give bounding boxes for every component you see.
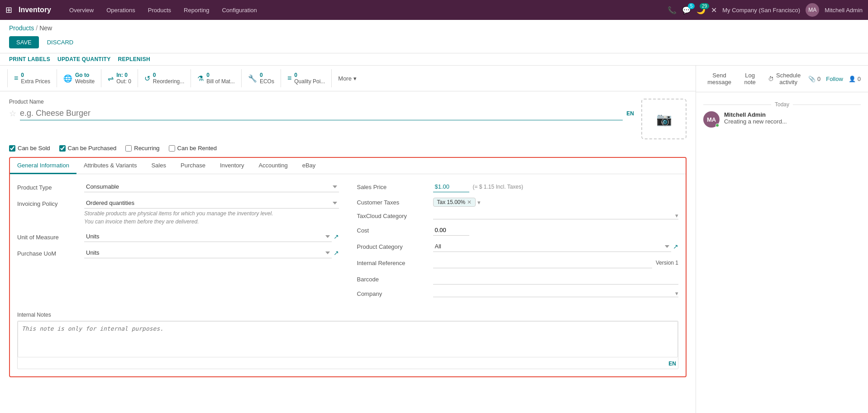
sales-price-row: Sales Price (= $ 1.15 Incl. Taxes) xyxy=(357,181,679,192)
internal-reference-input[interactable] xyxy=(433,257,652,268)
discard-button[interactable]: DISCARD xyxy=(43,36,78,48)
can-be-sold-checkbox[interactable]: Can be Sold xyxy=(9,145,50,152)
tab-sales[interactable]: Sales xyxy=(144,158,173,174)
more-chevron-icon: ▾ xyxy=(353,75,357,82)
schedule-activity-label: Schedule activity xyxy=(776,72,801,85)
goto-website-label2: Website xyxy=(75,78,95,85)
close-icon[interactable]: ✕ xyxy=(711,6,717,14)
tab-general-information[interactable]: General Information xyxy=(10,158,76,174)
send-message-button[interactable]: Send message xyxy=(703,70,735,87)
favorite-star-icon[interactable]: ☆ xyxy=(9,109,16,119)
bom-label: Bill of Mat... xyxy=(206,78,235,85)
invoicing-policy-select[interactable]: Ordered quantities Delivered quantities xyxy=(84,198,339,209)
follow-button[interactable]: Follow xyxy=(826,76,843,82)
internal-reference-row: Internal Reference Version 1 xyxy=(357,257,679,268)
product-category-select[interactable]: All xyxy=(433,241,672,252)
barcode-input[interactable] xyxy=(433,274,679,285)
notes-lang-badge[interactable]: EN xyxy=(668,361,676,367)
can-be-rented-input[interactable] xyxy=(169,145,175,152)
purchase-uom-external-link-icon[interactable]: ↗ xyxy=(334,249,339,256)
phone-icon[interactable]: 📞 xyxy=(668,6,677,14)
main-layout: ≡ 0 Extra Prices 🌐 Go to Website ⇌ In: 0… xyxy=(0,66,868,413)
followers-count: 0 xyxy=(858,76,861,82)
uom-external-link-icon[interactable]: ↗ xyxy=(334,233,339,240)
nav-overview[interactable]: Overview xyxy=(64,4,99,16)
recurring-input[interactable] xyxy=(125,145,132,152)
log-note-button[interactable]: Log note xyxy=(739,70,761,87)
can-be-sold-input[interactable] xyxy=(9,145,15,152)
chatter-panel: Send message Log note ⏱ Schedule activit… xyxy=(696,66,868,413)
purchase-uom-input-group: Units ↗ xyxy=(84,247,339,258)
tab-purchase[interactable]: Purchase xyxy=(173,158,213,174)
extra-prices-label: Extra Prices xyxy=(21,78,50,85)
paperclip-icon: 📎 xyxy=(808,76,816,82)
nav-products[interactable]: Products xyxy=(143,4,176,16)
customer-taxes-label: Customer Taxes xyxy=(357,199,429,206)
nav-configuration[interactable]: Configuration xyxy=(216,4,262,16)
tax-badge: Tax 15.00% ✕ xyxy=(433,198,476,207)
grid-icon[interactable]: ⊞ xyxy=(5,5,12,15)
purchase-uom-select[interactable]: Units xyxy=(84,247,332,258)
form-section-right: Sales Price (= $ 1.15 Incl. Taxes) Custo… xyxy=(357,181,679,303)
ecos-label: ECOs xyxy=(260,78,274,85)
bom-button[interactable]: ⚗ 0 Bill of Mat... xyxy=(191,69,242,87)
recurring-label: Recurring xyxy=(134,145,159,152)
lang-badge[interactable]: EN xyxy=(626,110,634,117)
recurring-checkbox[interactable]: Recurring xyxy=(125,145,159,152)
taxcloud-dropdown-icon[interactable]: ▾ xyxy=(675,212,678,219)
goto-website-button[interactable]: 🌐 Go to Website xyxy=(57,69,101,87)
can-be-purchased-checkbox[interactable]: Can be Purchased xyxy=(59,145,117,152)
nav-reporting[interactable]: Reporting xyxy=(178,4,215,16)
purchase-uom-label: Purchase UoM xyxy=(17,247,81,257)
can-be-rented-checkbox[interactable]: Can be Rented xyxy=(169,145,217,152)
uom-select[interactable]: Units xyxy=(84,231,332,242)
company-dropdown-icon[interactable]: ▾ xyxy=(675,290,678,297)
more-button[interactable]: More ▾ xyxy=(332,72,363,85)
barcode-row: Barcode xyxy=(357,274,679,285)
schedule-activity-button[interactable]: ⏱ Schedule activity xyxy=(764,70,805,87)
ecos-count: 0 xyxy=(260,72,274,78)
product-name-input[interactable] xyxy=(20,107,623,120)
tab-accounting[interactable]: Accounting xyxy=(251,158,295,174)
uom-row: Unit of Measure Units ↗ xyxy=(17,231,339,242)
notes-textarea[interactable] xyxy=(18,321,678,357)
timeline-entry: MA Mitchell Admin Creating a new record.… xyxy=(703,111,861,128)
today-label: Today xyxy=(771,101,793,108)
product-image[interactable]: 📷+ xyxy=(641,99,687,139)
save-button[interactable]: SAVE xyxy=(9,36,39,48)
moon-icon[interactable]: 🌙 29 xyxy=(696,6,706,14)
breadcrumb-products[interactable]: Products xyxy=(9,24,34,32)
toolbar: PRINT LABELS UPDATE QUANTITY REPLENISH xyxy=(0,53,868,66)
reordering-button[interactable]: ↺ 0 Reordering... xyxy=(138,69,191,87)
cost-input[interactable] xyxy=(433,225,469,236)
replenish-button[interactable]: REPLENISH xyxy=(118,56,150,62)
smart-buttons-bar: ≡ 0 Extra Prices 🌐 Go to Website ⇌ In: 0… xyxy=(0,66,696,91)
print-labels-button[interactable]: PRINT LABELS xyxy=(9,56,50,62)
quality-button[interactable]: ≡ 0 Quality Poi... xyxy=(281,69,332,87)
sales-price-incl: (= $ 1.15 Incl. Taxes) xyxy=(473,184,524,190)
uom-value: Units ↗ xyxy=(84,231,339,242)
sales-price-input[interactable] xyxy=(433,181,469,192)
can-be-purchased-input[interactable] xyxy=(59,145,66,152)
form-grid: Product Type Consumable Storable Product… xyxy=(17,181,678,303)
tab-attributes-variants[interactable]: Attributes & Variants xyxy=(76,158,144,174)
product-type-select[interactable]: Consumable Storable Product Service xyxy=(84,181,339,192)
product-form: Product Name ☆ EN 📷+ Can be Sold xyxy=(0,91,696,385)
flask-icon: ⚗ xyxy=(197,74,204,83)
chat-icon[interactable]: 💬 5 xyxy=(682,6,691,14)
followers-button[interactable]: 👤 0 xyxy=(849,76,861,82)
update-quantity-button[interactable]: UPDATE QUANTITY xyxy=(57,56,111,62)
ecos-button[interactable]: 🔧 0 ECOs xyxy=(242,69,281,87)
tab-inventory[interactable]: Inventory xyxy=(213,158,251,174)
product-category-external-link-icon[interactable]: ↗ xyxy=(673,243,678,250)
user-avatar[interactable]: MA xyxy=(806,3,819,17)
uom-label: Unit of Measure xyxy=(17,231,81,241)
customer-taxes-dropdown-icon[interactable]: ▾ xyxy=(477,199,481,206)
product-category-row: Product Category All ↗ xyxy=(357,241,679,252)
reordering-count: 0 xyxy=(153,72,184,78)
in-out-button[interactable]: ⇌ In: 0 Out: 0 xyxy=(101,69,138,87)
nav-operations[interactable]: Operations xyxy=(101,4,141,16)
tax-remove-icon[interactable]: ✕ xyxy=(467,199,472,205)
extra-prices-button[interactable]: ≡ 0 Extra Prices xyxy=(7,69,57,87)
tab-ebay[interactable]: eBay xyxy=(295,158,323,174)
